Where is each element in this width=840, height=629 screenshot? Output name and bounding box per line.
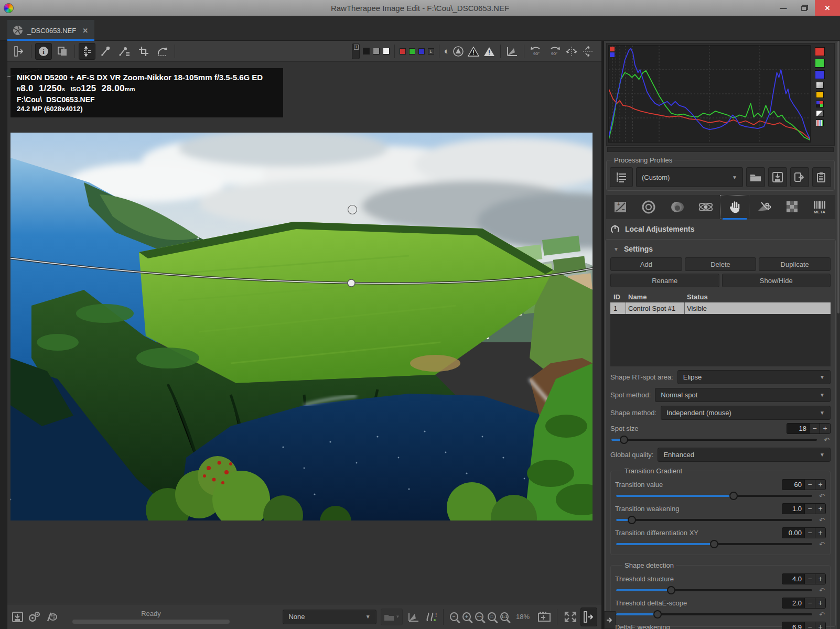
spot-method-dropdown[interactable]: Normal spot▼ bbox=[655, 388, 831, 402]
red-channel-swatch[interactable] bbox=[400, 48, 406, 55]
zoom-fit-crop-button[interactable]: □ bbox=[488, 612, 496, 621]
add-detail-window-icon[interactable] bbox=[537, 611, 551, 623]
save-image-icon[interactable] bbox=[12, 611, 23, 623]
tab-metadata[interactable]: META bbox=[806, 195, 835, 219]
histogram-red-toggle[interactable] bbox=[815, 47, 825, 56]
zoom-out-button[interactable]: − bbox=[450, 612, 458, 621]
reset-icon[interactable]: ↶ bbox=[819, 611, 825, 619]
tab-local-adjustments[interactable] bbox=[720, 195, 749, 219]
shadow-clipping-icon[interactable]: ! bbox=[467, 46, 480, 57]
delete-spot-button[interactable]: Delete bbox=[685, 257, 757, 271]
color-management-icon[interactable] bbox=[407, 611, 419, 623]
increment-button[interactable]: + bbox=[815, 598, 825, 608]
send-to-editor-icon[interactable] bbox=[44, 611, 57, 623]
thumbnail-size-slider[interactable]: T bbox=[352, 44, 360, 59]
spot-list-empty-area[interactable] bbox=[610, 314, 831, 366]
shape-area-dropdown[interactable]: Elipse▼ bbox=[677, 370, 831, 384]
transition-differentiation-spinbox[interactable]: 0.00−+ bbox=[782, 527, 826, 538]
white-balance-picker-button[interactable] bbox=[98, 43, 114, 60]
crop-tool-button[interactable] bbox=[135, 43, 152, 60]
rename-spot-button[interactable]: Rename bbox=[610, 274, 719, 287]
tab-transform[interactable] bbox=[749, 195, 778, 219]
paste-profile-button[interactable] bbox=[812, 167, 831, 187]
increment-button[interactable]: + bbox=[815, 528, 825, 538]
transition-value-spinbox[interactable]: 60−+ bbox=[782, 479, 826, 490]
histogram-chromaticity-toggle[interactable] bbox=[816, 91, 824, 98]
threshold-structure-spinbox[interactable]: 4.0−+ bbox=[782, 573, 826, 584]
decrement-button[interactable]: − bbox=[804, 480, 815, 490]
zoom-100-button[interactable]: 1:1 bbox=[500, 612, 509, 621]
flip-vertical-icon[interactable] bbox=[581, 45, 595, 58]
increment-button[interactable]: + bbox=[815, 622, 825, 629]
load-profile-button[interactable] bbox=[746, 167, 765, 187]
reset-icon[interactable]: ↶ bbox=[819, 516, 825, 524]
false-colors-button[interactable]: ◐ bbox=[444, 46, 449, 57]
spot-size-spinbox[interactable]: 18 − + bbox=[787, 423, 831, 434]
histogram-luminosity-toggle[interactable] bbox=[816, 82, 824, 89]
decrement-button[interactable]: − bbox=[804, 574, 815, 584]
rotate-left-90-icon[interactable]: 90° bbox=[529, 45, 544, 58]
straighten-tool-button[interactable] bbox=[154, 43, 171, 60]
transition-weakening-spinbox[interactable]: 1.0−+ bbox=[782, 503, 826, 514]
transition-value-slider[interactable]: ↶ bbox=[616, 492, 812, 500]
profile-fill-mode-button[interactable] bbox=[610, 167, 633, 187]
bw-light-swatch[interactable] bbox=[383, 48, 390, 55]
threshold-structure-slider[interactable]: ↶ bbox=[616, 586, 812, 594]
image-canvas-area[interactable]: NIKON D5200 + AF-S DX VR Zoom-Nikkor 18-… bbox=[7, 62, 601, 604]
queue-profile-dropdown[interactable]: None▼ bbox=[283, 610, 376, 624]
duplicate-spot-button[interactable]: Duplicate bbox=[759, 257, 831, 271]
global-quality-dropdown[interactable]: Enhanced▼ bbox=[658, 448, 831, 462]
spot-size-slider[interactable]: ↶ bbox=[611, 436, 817, 444]
photo-canvas[interactable] bbox=[10, 133, 593, 520]
histogram-blue-toggle[interactable] bbox=[815, 70, 825, 79]
bw-mid-swatch[interactable] bbox=[373, 48, 380, 55]
highlight-clipping-icon[interactable]: ! bbox=[483, 46, 496, 57]
deltae-weakening-spinbox[interactable]: 6.9−+ bbox=[782, 622, 826, 629]
blue-channel-swatch[interactable] bbox=[418, 48, 425, 55]
zoom-fit-button[interactable]: ⌐¬ bbox=[475, 612, 483, 621]
tab-exposure[interactable]: +− bbox=[606, 195, 634, 219]
tab-raw[interactable] bbox=[778, 195, 806, 219]
fast-export-icon[interactable]: ! bbox=[424, 611, 437, 623]
show-hide-spot-button[interactable]: Show/Hide bbox=[722, 274, 831, 287]
histogram-bar-toggle[interactable] bbox=[816, 120, 824, 126]
hand-tool-button[interactable] bbox=[79, 43, 95, 60]
left-panel-collapsed[interactable] bbox=[0, 41, 7, 629]
zoom-in-button[interactable]: + bbox=[462, 612, 471, 621]
increment-button[interactable]: + bbox=[815, 574, 825, 584]
profile-dropdown[interactable]: (Custom)▼ bbox=[636, 167, 743, 187]
histogram-green-toggle[interactable] bbox=[815, 59, 825, 68]
increment-button[interactable]: + bbox=[815, 504, 825, 514]
right-panel-scrollbar[interactable] bbox=[837, 41, 840, 629]
tab-detail[interactable] bbox=[634, 195, 663, 219]
transition-differentiation-slider[interactable]: ↶ bbox=[616, 540, 812, 548]
soft-proofing-icon[interactable] bbox=[505, 45, 519, 58]
threshold-deltae-scope-spinbox[interactable]: 2.0−+ bbox=[782, 598, 826, 609]
green-channel-swatch[interactable] bbox=[409, 48, 415, 55]
increment-button[interactable]: + bbox=[815, 480, 825, 490]
histogram-raw-toggle[interactable] bbox=[816, 110, 824, 117]
flip-horizontal-icon[interactable] bbox=[565, 45, 578, 58]
image-tab[interactable]: _DSC0653.NEF ✕ bbox=[7, 20, 94, 41]
decrement-button[interactable]: − bbox=[804, 622, 815, 629]
tab-close-icon[interactable]: ✕ bbox=[82, 27, 88, 35]
settings-expander[interactable]: ▼ Settings bbox=[610, 243, 831, 257]
sharpening-contrast-mask-icon[interactable] bbox=[453, 46, 464, 57]
info-button[interactable]: i bbox=[35, 43, 52, 60]
collapse-panel-button[interactable] bbox=[604, 611, 616, 629]
transition-weakening-slider[interactable]: ↶ bbox=[616, 516, 812, 524]
shape-method-dropdown[interactable]: Independent (mouse)▼ bbox=[661, 406, 831, 420]
decrement-button[interactable]: − bbox=[804, 528, 815, 538]
color-picker-button[interactable] bbox=[116, 43, 133, 60]
tab-color[interactable] bbox=[663, 195, 692, 219]
histogram-working-profile-toggle[interactable] bbox=[816, 101, 824, 107]
histogram-plot[interactable] bbox=[608, 45, 811, 143]
decrement-button[interactable]: − bbox=[809, 424, 820, 433]
add-spot-button[interactable]: Add bbox=[610, 257, 682, 271]
queue-processing-icon[interactable] bbox=[27, 611, 40, 623]
spot-edge-handle[interactable] bbox=[348, 279, 355, 287]
show-filmstrip-button[interactable] bbox=[10, 43, 27, 60]
reset-icon[interactable]: ↶ bbox=[819, 587, 825, 594]
hide-right-panel-button[interactable] bbox=[580, 608, 597, 626]
reset-icon[interactable]: ↶ bbox=[819, 540, 825, 548]
